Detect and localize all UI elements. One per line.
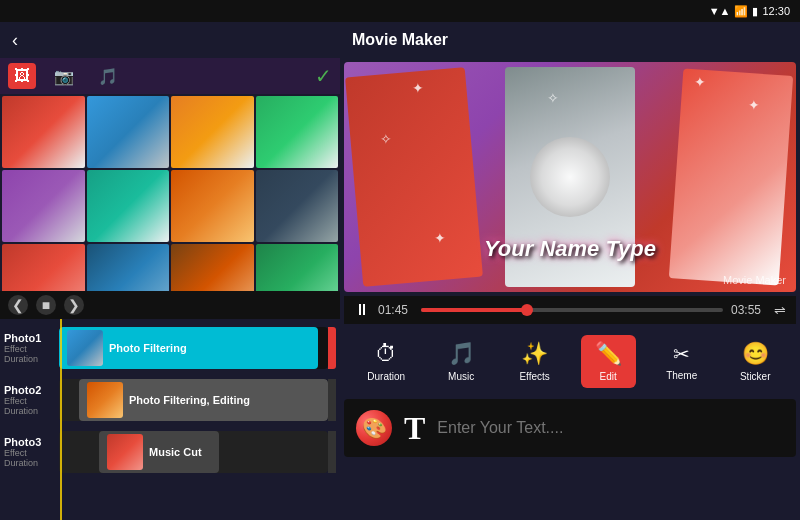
photo-cell[interactable] [256,244,339,291]
collage-right [669,68,793,285]
signal-icon: ▼▲ [709,5,731,17]
timeline-track-1[interactable]: Photo Filtering [59,327,328,369]
tool-duration[interactable]: ⏱ Duration [357,335,415,388]
edit-toolbar: ⏱ Duration 🎵 Music ✨ Effects ✏️ Edit ✂ T… [340,324,800,399]
track-spacer-2 [328,431,336,473]
track-item-2[interactable]: Photo Filtering, Editing [79,379,328,421]
timeline: Photo1 Effect Duration Photo Filtering P… [0,319,340,520]
timeline-label-2: Photo2 Effect Duration [4,384,59,416]
preview-title: Your Name Type [484,236,656,262]
progress-thumb[interactable] [521,304,533,316]
track-thumb-2 [87,382,123,418]
tool-music[interactable]: 🎵 Music [434,335,489,388]
collage-left [345,67,483,287]
track-scrollbar [328,327,336,369]
color-picker-icon: 🎨 [362,416,387,440]
tool-sticker[interactable]: 😊 Sticker [728,335,783,388]
photo-cell[interactable] [87,170,170,242]
timeline-track-3[interactable]: Music Cut [59,431,328,473]
track-item-3[interactable]: Music Cut [99,431,219,473]
shuffle-button[interactable]: ⇌ [774,302,786,318]
preview-content: ✦ ✧ ✦ ✧ ✦ ✦ Your Name Type Movie Maker [344,62,796,292]
text-input-row: 🎨 T [344,399,796,457]
time-display: 12:30 [762,5,790,17]
theme-icon: ✂ [673,342,690,366]
timeline-label-1: Photo1 Effect Duration [4,332,59,364]
play-pause-button[interactable]: ⏸ [354,301,370,319]
tool-theme[interactable]: ✂ Theme [654,336,709,387]
progress-bar: ⏸ 01:45 03:55 ⇌ [344,296,796,324]
photo-cell[interactable] [2,244,85,291]
tool-edit-label: Edit [600,371,617,382]
photo-cell[interactable] [87,96,170,168]
photo-icon: 🖼 [14,67,30,84]
track-spacer [328,379,336,421]
timeline-row-2: Photo2 Effect Duration Photo Filtering, … [4,375,336,425]
stop-button[interactable]: ■ [36,295,56,315]
next-button[interactable]: ❯ [64,295,84,315]
timeline-track-2[interactable]: Photo Filtering, Editing [59,379,328,421]
duration-icon: ⏱ [375,341,397,367]
effects-icon: ✨ [521,341,548,367]
photo-cell[interactable] [256,170,339,242]
edit-icon: ✏️ [595,341,622,367]
title-bar: ‹ Movie Maker [0,22,800,58]
music-icon: 🎵 [98,68,118,85]
track-label-3: Music Cut [149,446,202,458]
track-thumb-1 [67,330,103,366]
main-layout: 🖼 📷 🎵 ✓ ❮ ■ [0,58,800,520]
right-panel: ✦ ✧ ✦ ✧ ✦ ✦ Your Name Type Movie Maker ⏸… [340,58,800,520]
photo-cell[interactable] [256,96,339,168]
sunglasses-icon [530,137,610,217]
status-icons: ▼▲ 📶 ▮ 12:30 [709,5,790,18]
tab-music[interactable]: 🎵 [92,63,124,90]
status-bar: ▼▲ 📶 ▮ 12:30 [0,0,800,22]
tool-sticker-label: Sticker [740,371,771,382]
wifi-icon: 📶 [734,5,748,18]
tool-effects[interactable]: ✨ Effects [507,335,562,388]
tab-photo[interactable]: 🖼 [8,63,36,89]
tool-duration-label: Duration [367,371,405,382]
tool-edit[interactable]: ✏️ Edit [581,335,636,388]
camera-icon: 📷 [54,68,74,85]
photo-cell[interactable] [171,170,254,242]
tool-theme-label: Theme [666,370,697,381]
page-title: Movie Maker [352,31,448,49]
sticker-icon: 😊 [742,341,769,367]
timeline-row-1: Photo1 Effect Duration Photo Filtering [4,323,336,373]
battery-icon: ▮ [752,5,758,18]
tab-camera[interactable]: 📷 [48,63,80,90]
tool-effects-label: Effects [519,371,549,382]
back-button[interactable]: ‹ [12,30,18,51]
current-time: 01:45 [378,303,413,317]
music-tool-icon: 🎵 [448,341,475,367]
photo-cell[interactable] [171,244,254,291]
video-preview: ✦ ✧ ✦ ✧ ✦ ✦ Your Name Type Movie Maker [344,62,796,292]
preview-watermark: Movie Maker [723,274,786,286]
timeline-controls: ❮ ■ ❯ [0,291,340,319]
total-time: 03:55 [731,303,766,317]
track-item-1[interactable]: Photo Filtering [59,327,318,369]
tool-music-label: Music [448,371,474,382]
left-panel: 🖼 📷 🎵 ✓ ❮ ■ [0,58,340,520]
photo-cell[interactable] [87,244,170,291]
photo-cell[interactable] [2,170,85,242]
timeline-label-3: Photo3 Effect Duration [4,436,59,468]
track-label-1: Photo Filtering [109,342,187,354]
photo-cell[interactable] [171,96,254,168]
progress-fill [421,308,527,312]
photo-grid [0,94,340,291]
prev-button[interactable]: ❮ [8,295,28,315]
timeline-row-3: Photo3 Effect Duration Music Cut [4,427,336,477]
text-input[interactable] [437,410,784,446]
color-picker-button[interactable]: 🎨 [356,410,392,446]
progress-track[interactable] [421,308,723,312]
photo-cell[interactable] [2,96,85,168]
text-style-button[interactable]: T [404,410,425,447]
track-thumb-3 [107,434,143,470]
track-label-2: Photo Filtering, Editing [129,394,250,406]
confirm-button[interactable]: ✓ [315,64,332,88]
media-tabs: 🖼 📷 🎵 ✓ [0,58,340,94]
